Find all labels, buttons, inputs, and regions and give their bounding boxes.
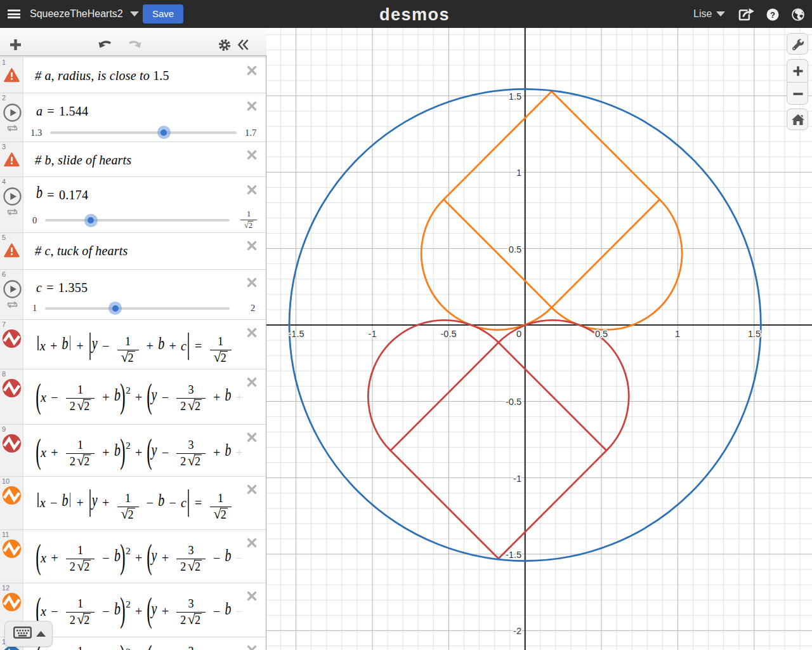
svg-text:?: ? — [770, 10, 775, 20]
